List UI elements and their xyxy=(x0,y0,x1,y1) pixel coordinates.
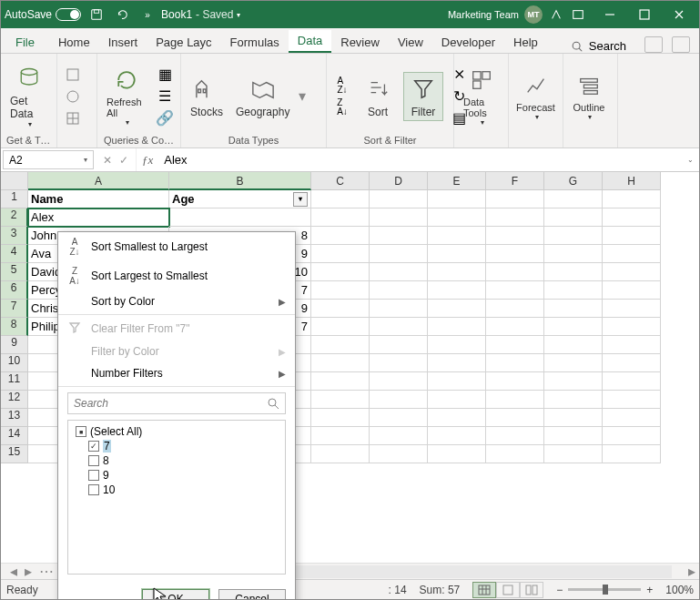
row-header[interactable]: 11 xyxy=(1,372,28,391)
share-button[interactable] xyxy=(644,36,663,53)
row-header[interactable]: 13 xyxy=(1,409,28,427)
cell[interactable] xyxy=(486,391,544,409)
account-area[interactable]: Marketing Team MT xyxy=(448,5,586,24)
cell[interactable] xyxy=(370,427,428,445)
filter-value-list[interactable]: (Select All) 7 8 9 10 xyxy=(67,420,286,575)
cell[interactable] xyxy=(603,336,661,354)
zoom-out-icon[interactable]: − xyxy=(556,584,563,596)
cell[interactable] xyxy=(311,263,370,281)
cell[interactable] xyxy=(370,372,428,391)
view-normal-button[interactable] xyxy=(472,582,496,598)
name-box[interactable]: A2▾ xyxy=(3,150,94,169)
row-header[interactable]: 9 xyxy=(1,336,28,354)
from-table-icon[interactable] xyxy=(63,108,83,128)
filter-search-box[interactable] xyxy=(67,392,286,414)
cell[interactable] xyxy=(486,281,544,300)
cell[interactable] xyxy=(486,427,544,445)
cell[interactable] xyxy=(311,409,370,427)
tab-page-layout[interactable]: Page Layc xyxy=(147,32,220,53)
cell[interactable] xyxy=(486,263,544,281)
checkbox-icon[interactable] xyxy=(88,455,99,466)
cell[interactable] xyxy=(486,354,544,372)
filter-item-select-all[interactable]: (Select All) xyxy=(74,424,279,439)
cell[interactable] xyxy=(486,372,544,391)
checkbox-mixed-icon[interactable] xyxy=(76,426,86,437)
cell[interactable] xyxy=(311,354,370,372)
cell[interactable] xyxy=(544,281,603,300)
row-header[interactable]: 2 xyxy=(1,208,28,227)
from-text-icon[interactable] xyxy=(63,65,83,85)
cell[interactable] xyxy=(544,354,603,372)
cell[interactable] xyxy=(603,190,661,208)
comments-button[interactable] xyxy=(672,36,690,53)
data-tools-button[interactable]: Data Tools▾ xyxy=(460,64,502,128)
filter-item-7[interactable]: 7 xyxy=(74,439,279,453)
cell[interactable] xyxy=(603,263,661,281)
cell[interactable] xyxy=(370,208,428,227)
col-header-F[interactable]: F xyxy=(486,172,544,190)
checkbox-icon[interactable] xyxy=(88,470,99,481)
cell[interactable] xyxy=(603,281,661,300)
cell[interactable] xyxy=(311,445,370,463)
cell[interactable] xyxy=(428,227,486,245)
cell[interactable] xyxy=(544,391,603,409)
cell[interactable] xyxy=(603,227,661,245)
cell[interactable] xyxy=(428,336,486,354)
cell[interactable] xyxy=(486,409,544,427)
col-header-G[interactable]: G xyxy=(544,172,603,190)
tab-home[interactable]: Home xyxy=(49,32,99,53)
cell[interactable] xyxy=(486,318,544,336)
cell[interactable] xyxy=(603,372,661,391)
checkbox-checked-icon[interactable] xyxy=(88,441,99,452)
hscroll-right-icon[interactable]: ▸ xyxy=(685,563,699,580)
cell[interactable] xyxy=(486,227,544,245)
from-web-icon[interactable] xyxy=(63,86,83,107)
cell[interactable] xyxy=(370,263,428,281)
cell[interactable] xyxy=(428,318,486,336)
sheet-nav-more-icon[interactable]: ⋯ xyxy=(39,563,54,580)
cell[interactable] xyxy=(428,208,486,227)
cell[interactable] xyxy=(311,336,370,354)
cell[interactable] xyxy=(311,391,370,409)
cell[interactable] xyxy=(544,318,603,336)
filter-item-10[interactable]: 10 xyxy=(74,483,279,497)
cell[interactable]: Alex xyxy=(28,208,169,227)
cell[interactable] xyxy=(544,427,603,445)
cell[interactable] xyxy=(311,190,370,208)
cell[interactable] xyxy=(603,427,661,445)
cell[interactable] xyxy=(603,391,661,409)
fx-icon[interactable]: ƒx xyxy=(137,148,158,171)
cell[interactable] xyxy=(370,391,428,409)
cell[interactable] xyxy=(311,372,370,391)
view-page-layout-button[interactable] xyxy=(496,582,520,598)
sheet-nav-prev-icon[interactable]: ▸ xyxy=(25,563,32,580)
tab-review[interactable]: Review xyxy=(331,32,389,53)
cell[interactable] xyxy=(603,318,661,336)
tab-data[interactable]: Data xyxy=(289,30,331,53)
touch-mode-icon[interactable] xyxy=(548,6,564,23)
tell-me-search[interactable]: Search xyxy=(562,39,635,53)
cell[interactable] xyxy=(370,445,428,463)
number-filters[interactable]: Number Filters▶ xyxy=(58,362,295,384)
cell[interactable] xyxy=(311,318,370,336)
forecast-button[interactable]: Forecast▾ xyxy=(514,69,557,123)
cell[interactable] xyxy=(428,190,486,208)
cell[interactable] xyxy=(428,263,486,281)
row-header[interactable]: 10 xyxy=(1,354,28,372)
cell[interactable] xyxy=(370,354,428,372)
ok-button[interactable]: OK xyxy=(142,589,209,600)
sort-button[interactable]: Sort xyxy=(358,73,398,120)
cell[interactable] xyxy=(603,409,661,427)
cell[interactable] xyxy=(544,336,603,354)
filter-dropdown-icon[interactable]: ▾ xyxy=(293,192,308,207)
get-data-button[interactable]: Get Data▾ xyxy=(6,62,51,130)
col-header-A[interactable]: A xyxy=(28,172,169,190)
tab-file[interactable]: File xyxy=(1,32,49,53)
cell[interactable] xyxy=(544,190,603,208)
geography-button[interactable]: Geography xyxy=(232,73,293,120)
row-header[interactable]: 7 xyxy=(1,300,28,318)
tab-developer[interactable]: Developer xyxy=(432,32,504,53)
cell[interactable] xyxy=(311,281,370,300)
col-header-E[interactable]: E xyxy=(428,172,486,190)
cell[interactable] xyxy=(428,427,486,445)
